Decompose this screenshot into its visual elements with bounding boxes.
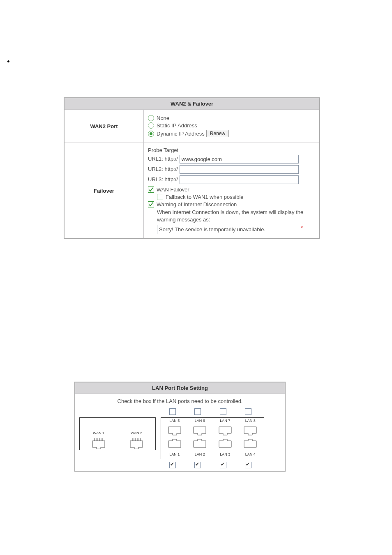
- radio-icon[interactable]: [148, 131, 154, 137]
- url3-input[interactable]: [180, 175, 299, 184]
- lan-port-role-table: LAN Port Role Setting Check the box if t…: [74, 382, 286, 472]
- lan-port-role-header: LAN Port Role Setting: [75, 382, 285, 394]
- wan2-label: WAN 2: [131, 431, 142, 435]
- lan6-label: LAN 6: [195, 419, 205, 423]
- wan2-opt-dynamic-label: Dynamic IP Address: [157, 131, 205, 137]
- rj45-port-icon: [192, 439, 207, 451]
- rj45-port-icon: [129, 437, 144, 449]
- url2-label: URL2: http://: [148, 166, 178, 172]
- rj45-port-icon: [192, 426, 207, 438]
- wan-failover-label: WAN Failover: [157, 187, 189, 193]
- required-star: *: [301, 225, 303, 231]
- failover-cell: Probe Target URL1: http:// URL2: http://…: [144, 143, 320, 239]
- wan2-port-label: WAN2 Port: [64, 110, 144, 143]
- rj45-port-icon: [218, 439, 233, 451]
- url3-label: URL3: http://: [148, 176, 178, 182]
- lan-port-desc: Check the box if the LAN ports need to b…: [79, 398, 281, 404]
- checkbox-icon[interactable]: [148, 201, 154, 207]
- lan6-top-checkbox[interactable]: [194, 408, 201, 415]
- lan4-bot-checkbox[interactable]: [245, 462, 251, 468]
- warn-msg-input[interactable]: Sorry! The service is temporarily unavai…: [157, 225, 299, 234]
- wan2-opt-none-label: None: [157, 115, 169, 121]
- url1-label: URL1: http://: [148, 156, 178, 162]
- rj45-port-icon: [167, 426, 182, 438]
- checkbox-icon[interactable]: [157, 194, 163, 200]
- lan4-label: LAN 4: [245, 452, 256, 456]
- fallback-label: Fallback to WAN1 when possible: [166, 194, 244, 200]
- bullet-icon: [7, 60, 9, 62]
- lan3-label: LAN 3: [220, 452, 230, 456]
- lan7-top-checkbox[interactable]: [220, 408, 226, 415]
- radio-icon[interactable]: [148, 115, 154, 121]
- wan2-opt-none[interactable]: None: [148, 115, 315, 121]
- url2-input[interactable]: [180, 165, 299, 174]
- warn-desc-text: When Internet Connection is down, the sy…: [157, 209, 315, 223]
- lan8-label: LAN 8: [245, 419, 256, 423]
- lan2-label: LAN 2: [195, 452, 205, 456]
- lan-ports-box: LAN 5 LAN 1 LAN 6 LAN 2 LAN 7 LAN 3: [161, 417, 264, 459]
- renew-button[interactable]: Renew: [206, 130, 229, 137]
- wan2-port-cell: None Static IP Address Dynamic IP Addres…: [144, 110, 320, 143]
- radio-icon[interactable]: [148, 122, 154, 129]
- wan-ports-box: WAN 1 WAN 2: [79, 417, 156, 450]
- lan5-label: LAN 5: [169, 419, 180, 423]
- checkbox-icon[interactable]: [148, 187, 154, 193]
- wan2-opt-dynamic[interactable]: Dynamic IP Address Renew: [148, 130, 315, 137]
- rj45-port-icon: [243, 439, 258, 451]
- lan8-top-checkbox[interactable]: [245, 408, 251, 415]
- wan1-label: WAN 1: [93, 431, 104, 435]
- lan3-bot-checkbox[interactable]: [220, 462, 226, 468]
- rj45-port-icon: [218, 426, 233, 438]
- wan2-failover-table: WAN2 & Failover WAN2 Port None Static IP…: [64, 97, 320, 239]
- rj45-port-icon: [91, 437, 106, 449]
- lan1-bot-checkbox[interactable]: [169, 462, 176, 468]
- probe-target-label: Probe Target: [148, 147, 315, 153]
- lan-port-role-cell: Check the box if the LAN ports need to b…: [75, 394, 285, 472]
- rj45-port-icon: [243, 426, 258, 438]
- warn-disc-label: Warning of Internet Disconnection: [157, 201, 237, 207]
- wan2-opt-static-label: Static IP Address: [157, 122, 197, 129]
- url1-input[interactable]: [180, 155, 299, 164]
- failover-label: Failover: [64, 143, 144, 239]
- wan2-opt-static[interactable]: Static IP Address: [148, 122, 315, 129]
- lan1-label: LAN 1: [169, 452, 180, 456]
- lan2-bot-checkbox[interactable]: [194, 462, 201, 468]
- rj45-port-icon: [167, 439, 182, 451]
- lan5-top-checkbox[interactable]: [169, 408, 176, 415]
- wan2-failover-header: WAN2 & Failover: [64, 98, 320, 110]
- lan7-label: LAN 7: [220, 419, 230, 423]
